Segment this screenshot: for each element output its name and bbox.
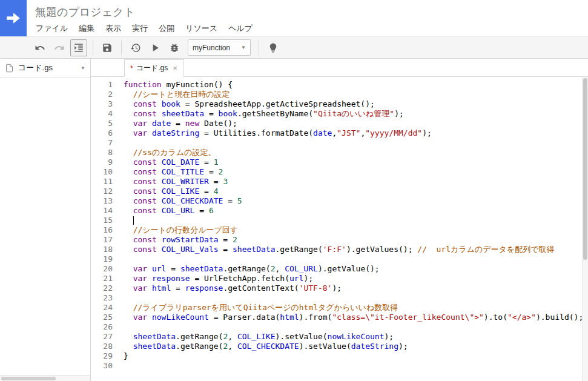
menu-resources[interactable]: リソース	[180, 21, 223, 36]
apps-script-logo	[0, 0, 27, 36]
tab-bar: * コード.gs ×	[91, 59, 588, 77]
function-selector-value: myFunction	[193, 44, 230, 52]
undo-button[interactable]	[31, 39, 48, 56]
text-cursor	[133, 216, 134, 225]
line-numbers: 1234567891011121314151617181920212223242…	[91, 77, 119, 381]
editor-vertical-scrollbar[interactable]	[582, 77, 588, 381]
indent-icon	[73, 42, 84, 53]
apps-script-window: 無題のプロジェクト ファイル 編集 表示 実行 公開 リソース ヘルプ	[0, 0, 588, 381]
save-button[interactable]	[99, 39, 116, 56]
project-title[interactable]: 無題のプロジェクト	[35, 5, 135, 19]
project-history-button[interactable]	[127, 39, 144, 56]
undo-icon	[35, 42, 45, 53]
indent-button[interactable]	[70, 39, 87, 56]
tab-label: コード.gs	[136, 63, 168, 73]
function-selector[interactable]: myFunction ▼	[188, 39, 251, 56]
save-icon	[102, 42, 113, 53]
file-name: コード.gs	[18, 62, 53, 73]
menu-file[interactable]: ファイル	[30, 21, 73, 36]
toolbar-separator	[93, 41, 93, 55]
toolbar-separator	[259, 41, 259, 55]
chevron-down-icon: ▼	[233, 45, 246, 50]
play-icon	[149, 42, 161, 54]
lightbulb-icon	[268, 42, 279, 53]
file-icon	[5, 64, 14, 73]
tab-close-icon[interactable]: ×	[173, 64, 177, 73]
arrow-logo-icon	[5, 10, 21, 26]
toolbar: myFunction ▼	[0, 36, 588, 59]
scrollbar-thumb[interactable]	[583, 78, 587, 260]
debug-button[interactable]	[166, 39, 183, 56]
editor-pane: * コード.gs × 12345678910111213141516171819…	[91, 59, 588, 381]
history-icon	[130, 42, 141, 53]
redo-icon	[54, 42, 65, 53]
scrollbar-thumb[interactable]	[1, 377, 56, 380]
bug-icon	[169, 42, 180, 53]
hint-button[interactable]	[265, 39, 282, 56]
file-sidebar: コード.gs ▼	[0, 59, 91, 381]
code-lines[interactable]: function myFunction() { //シートと現在日時の設定 co…	[119, 77, 588, 381]
run-button[interactable]	[147, 39, 164, 56]
main-area: コード.gs ▼ * コード.gs × 12345678910111213141…	[0, 59, 588, 381]
menu-help[interactable]: ヘルプ	[223, 21, 258, 36]
sidebar-horizontal-scrollbar[interactable]	[0, 375, 90, 381]
menu-edit[interactable]: 編集	[73, 21, 100, 36]
tab-code-gs[interactable]: * コード.gs ×	[124, 59, 183, 77]
menu-publish[interactable]: 公開	[153, 21, 180, 36]
menu-run[interactable]: 実行	[127, 21, 153, 36]
file-item-code-gs[interactable]: コード.gs ▼	[0, 59, 90, 78]
toolbar-separator	[121, 41, 122, 55]
redo-button[interactable]	[51, 39, 68, 56]
menu-bar: ファイル 編集 表示 実行 公開 リソース ヘルプ	[30, 21, 258, 36]
code-editor[interactable]: 1234567891011121314151617181920212223242…	[91, 77, 588, 381]
file-menu-caret-icon[interactable]: ▼	[81, 65, 85, 71]
unsaved-marker: *	[130, 64, 133, 73]
menu-view[interactable]: 表示	[100, 21, 127, 36]
header: 無題のプロジェクト ファイル 編集 表示 実行 公開 リソース ヘルプ	[0, 0, 588, 36]
